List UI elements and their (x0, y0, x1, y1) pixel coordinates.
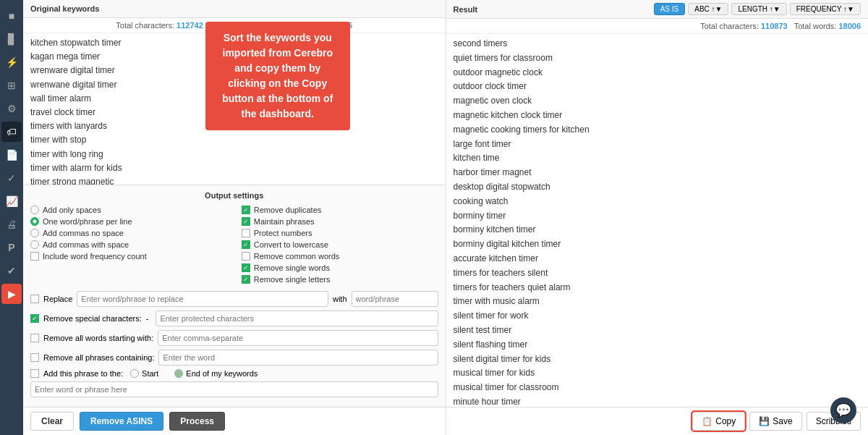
annotation-text: Sort the keywords you imported from Cere… (222, 32, 333, 119)
extra-settings: Replace with ✓ Remove special characters… (30, 291, 438, 397)
copy-button[interactable]: 📋 Copy (692, 412, 745, 431)
panels: Original keywords Total characters: 1127… (23, 0, 868, 435)
result-item: musical timer for classroom (454, 381, 861, 395)
word-phrase-input[interactable] (30, 381, 438, 397)
checkbox-right-5: ✓ (242, 263, 250, 272)
remove-phrases-checkbox[interactable] (30, 353, 39, 362)
setting-item-0[interactable]: Add only spaces (30, 206, 227, 214)
replace-label: Replace (43, 295, 72, 303)
special-chars-row: ✓ Remove special characters: - (30, 311, 438, 326)
result-item: desktop digital stopwatch (454, 180, 861, 195)
result-item: cooking watch (454, 195, 861, 209)
result-item: timer with music alarm (454, 295, 861, 309)
result-item: outdoor clock timer (454, 80, 861, 94)
protected-chars-input[interactable] (156, 311, 438, 326)
checkbox-right-2 (242, 229, 250, 237)
remove-asins-button[interactable]: Remove ASINS (80, 412, 163, 431)
result-item: magnetic kitchen clock timer (454, 109, 861, 123)
right-chars-value: 110873 (761, 22, 788, 30)
checkbox-right-0: ✓ (242, 206, 250, 214)
setting-right-0[interactable]: ✓Remove duplicates (242, 206, 438, 214)
special-chars-checkbox[interactable]: ✓ (30, 314, 39, 323)
right-panel-header: Result AS ISABC ↑▼LENGTH ↑▼FREQUENCY ↑▼ (446, 0, 869, 19)
copy-label: Copy (715, 416, 736, 426)
sidebar-item-logo[interactable]: ■ (1, 6, 22, 26)
sidebar-item-chart[interactable]: ▊ (1, 29, 22, 49)
sort-btn-1[interactable]: ABC ↑▼ (688, 3, 728, 15)
result-item: borminy kitchen timer (454, 223, 861, 237)
chat-bubble[interactable]: 💬 (830, 397, 856, 423)
result-item: magnetic cooking timers for kitchen (454, 123, 861, 138)
remove-starting-checkbox[interactable] (30, 334, 39, 342)
chars-label: Total characters: (116, 21, 174, 30)
setting-right-2[interactable]: Protect numbers (242, 229, 438, 237)
setting-right-4[interactable]: Remove common words (242, 252, 438, 261)
output-settings-title: Output settings (30, 191, 438, 200)
clear-button[interactable]: Clear (30, 412, 74, 431)
checkbox-right-3: ✓ (242, 240, 250, 249)
remove-phrases-input[interactable] (158, 350, 438, 366)
radio-circle-0 (30, 206, 39, 214)
copy-icon: 📋 (702, 416, 712, 426)
sidebar-item-analytics[interactable]: 📈 (1, 191, 22, 211)
sidebar-item-p[interactable]: P (1, 237, 22, 258)
remove-phrases-label: Remove all phrases containing: (43, 353, 154, 362)
result-item: silent test timer (454, 324, 861, 338)
result-item: silent timer for work (454, 309, 861, 324)
with-input[interactable] (352, 291, 438, 307)
settings-col-right: ✓Remove duplicates✓Maintain phrasesProte… (242, 206, 438, 287)
left-panel-header: Original keywords (23, 0, 446, 18)
left-panel-title: Original keywords (30, 4, 99, 13)
sidebar-item-doc[interactable]: 📄 (1, 145, 22, 165)
start-radio[interactable] (130, 369, 139, 378)
save-icon: 💾 (759, 416, 770, 426)
sort-btn-0[interactable]: AS IS (654, 3, 686, 15)
remove-starting-input[interactable] (158, 330, 438, 346)
result-title: Result (454, 5, 478, 14)
checkbox-4 (30, 252, 39, 261)
setting-right-5[interactable]: ✓Remove single words (242, 263, 438, 272)
result-item: accurate kitchen timer (454, 252, 861, 266)
add-phrase-checkbox[interactable] (30, 369, 39, 378)
replace-input[interactable] (77, 291, 328, 307)
sidebar-item-tag[interactable]: 🏷 (1, 122, 22, 142)
sidebar-item-grid[interactable]: ⊞ (1, 75, 22, 96)
word-phrase-row (30, 381, 438, 397)
sidebar-item-lightning[interactable]: ⚡ (1, 52, 22, 72)
special-chars-label: Remove special characters: (43, 314, 142, 323)
setting-item-2[interactable]: Add commas no space (30, 229, 227, 237)
setting-right-1[interactable]: ✓Maintain phrases (242, 217, 438, 226)
setting-right-3[interactable]: ✓Convert to lowercase (242, 240, 438, 249)
setting-item-3[interactable]: Add commas with space (30, 240, 227, 249)
keyword-item: timer strong magnetic (30, 175, 438, 185)
annotation-box: Sort the keywords you imported from Cere… (205, 22, 350, 130)
result-item: borminy timer (454, 209, 861, 224)
result-item: outdoor magnetic clock (454, 66, 861, 80)
save-button[interactable]: 💾 Save (749, 412, 801, 431)
remove-phrases-row: Remove all phrases containing: (30, 350, 438, 366)
left-panel: Original keywords Total characters: 1127… (23, 0, 446, 435)
radio-circle-3 (30, 240, 39, 249)
sort-btn-3[interactable]: FREQUENCY ↑▼ (790, 3, 861, 15)
remove-starting-label: Remove all words starting with: (43, 334, 153, 342)
right-words-value: 18006 (838, 22, 861, 30)
sidebar-item-check[interactable]: ✓ (1, 168, 22, 188)
end-radio[interactable] (174, 369, 183, 378)
sidebar-item-check2[interactable]: ✔ (1, 261, 22, 281)
result-item: large font timer (454, 138, 861, 152)
right-chars-label: Total characters: (700, 22, 759, 30)
setting-item-4[interactable]: Include word frequency count (30, 252, 227, 261)
special-chars-value: - (146, 314, 149, 323)
sidebar-item-play[interactable]: ▶ (1, 284, 22, 304)
process-button[interactable]: Process (169, 412, 225, 431)
sort-btn-2[interactable]: LENGTH ↑▼ (731, 3, 786, 15)
sidebar-item-gear[interactable]: ⚙ (1, 98, 22, 119)
setting-right-6[interactable]: ✓Remove single letters (242, 275, 438, 284)
checkbox-right-4 (242, 252, 250, 261)
sidebar-item-print[interactable]: 🖨 (1, 214, 22, 235)
replace-checkbox[interactable] (30, 295, 39, 303)
setting-item-1[interactable]: One word/phrase per line (30, 217, 227, 226)
result-list[interactable]: second timersquiet timers for classroomo… (446, 34, 869, 407)
with-label: with (333, 295, 347, 303)
checkbox-right-6: ✓ (242, 275, 250, 284)
